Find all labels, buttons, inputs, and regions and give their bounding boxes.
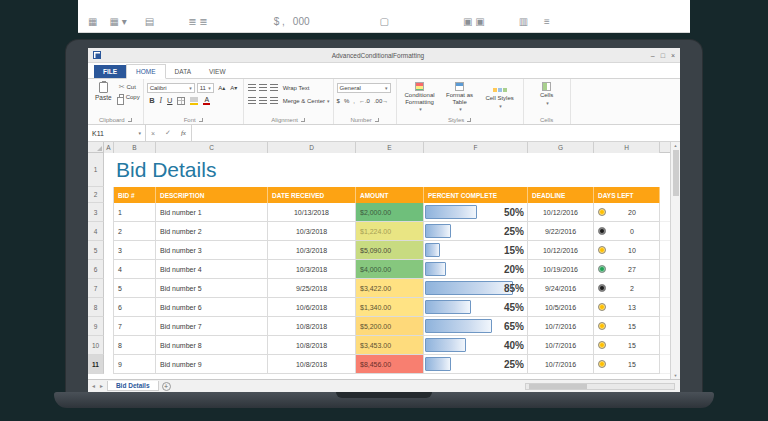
cell-styles-button[interactable]: Cell Styles ▾ [480, 84, 520, 109]
cell-deadline[interactable]: 9/24/2016 [528, 279, 594, 298]
merge-center-button[interactable]: Merge & Center [283, 98, 325, 104]
wrap-text-button[interactable]: Wrap Text [283, 85, 310, 91]
row-header[interactable]: 11 [88, 355, 104, 374]
cell-a[interactable] [104, 279, 114, 298]
column-header-h[interactable]: H [594, 142, 660, 153]
maximize-button[interactable]: □ [661, 52, 665, 59]
table-header-cell[interactable]: AMOUNT [356, 187, 424, 203]
row-header[interactable]: 4 [88, 222, 104, 241]
scrollbar-thumb[interactable] [673, 150, 679, 196]
copy-button[interactable]: Copy [119, 94, 140, 100]
table-header-cell[interactable]: DATE RECEIVED [268, 187, 356, 203]
vertical-scrollbar[interactable]: ▲ ▼ [670, 142, 680, 379]
cell-days-left[interactable]: 15 [594, 355, 660, 374]
shrink-font-button[interactable]: A▾ [228, 84, 240, 91]
tab-data[interactable]: DATA [166, 65, 200, 78]
cell-percent-complete[interactable]: 45% [424, 298, 528, 317]
cell-deadline[interactable]: 10/19/2016 [528, 260, 594, 279]
row-header[interactable]: 5 [88, 241, 104, 260]
decrease-decimal-button[interactable]: .00→ [374, 98, 388, 104]
cell-amount[interactable]: $2,000.00 [356, 203, 424, 222]
cell-bid[interactable]: 3 [114, 241, 156, 260]
increase-decimal-button[interactable]: ←.0 [359, 98, 370, 104]
cell-bid[interactable]: 4 [114, 260, 156, 279]
cell-date-received[interactable]: 10/13/2018 [268, 203, 356, 222]
cell-a[interactable] [104, 317, 114, 336]
insert-function-icon[interactable]: fx [181, 129, 186, 137]
cell-days-left[interactable]: 15 [594, 317, 660, 336]
minimize-button[interactable]: – [651, 52, 655, 59]
cell-percent-complete[interactable]: 20% [424, 260, 528, 279]
cell-bid[interactable]: 7 [114, 317, 156, 336]
align-right-icon[interactable] [270, 97, 278, 104]
borders-icon[interactable] [177, 97, 185, 105]
cell-description[interactable]: Bid number 5 [156, 279, 268, 298]
cut-button[interactable]: ✂ Cut [119, 83, 140, 91]
cell-days-left[interactable]: 20 [594, 203, 660, 222]
cell-date-received[interactable]: 10/8/2018 [268, 317, 356, 336]
cell-deadline[interactable]: 10/5/2016 [528, 298, 594, 317]
table-header-cell[interactable]: PERCENT COMPLETE [424, 187, 528, 203]
bold-button[interactable]: B [147, 96, 157, 105]
cell-a[interactable] [104, 203, 114, 222]
cell-days-left[interactable]: 15 [594, 336, 660, 355]
column-header-a[interactable]: A [104, 142, 114, 153]
format-as-table-button[interactable]: Format as Table ▾ [440, 81, 480, 113]
sheet-nav-right-icon[interactable]: ► [99, 383, 104, 389]
underline-button[interactable]: U [165, 96, 175, 105]
cell-description[interactable]: Bid number 9 [156, 355, 268, 374]
select-all-corner[interactable] [88, 142, 104, 152]
font-color-icon[interactable]: A [203, 96, 210, 105]
cell-percent-complete[interactable]: 25% [424, 222, 528, 241]
cell-a[interactable] [104, 336, 114, 355]
cell-days-left[interactable]: 10 [594, 241, 660, 260]
align-left-icon[interactable] [248, 97, 256, 104]
sheet-nav-left-icon[interactable]: ◄ [91, 383, 96, 389]
cell-bid[interactable]: 2 [114, 222, 156, 241]
sheet-tab-bid-details[interactable]: Bid Details [107, 381, 159, 391]
cell-deadline[interactable]: 10/12/2016 [528, 241, 594, 260]
dialog-launcher-icon[interactable] [467, 118, 471, 122]
cell-amount[interactable]: $3,422.00 [356, 279, 424, 298]
cell-percent-complete[interactable]: 40% [424, 336, 528, 355]
cell-percent-complete[interactable]: 85% [424, 279, 528, 298]
cell-date-received[interactable]: 10/3/2018 [268, 222, 356, 241]
row-header[interactable]: 7 [88, 279, 104, 298]
cell-amount[interactable]: $8,456.00 [356, 355, 424, 374]
scroll-up-icon[interactable]: ▲ [674, 143, 678, 148]
cancel-entry-icon[interactable]: × [151, 130, 155, 137]
cell-description[interactable]: Bid number 1 [156, 203, 268, 222]
align-center-icon[interactable] [259, 97, 267, 104]
cell-bid[interactable]: 1 [114, 203, 156, 222]
cell-a[interactable] [104, 298, 114, 317]
dialog-launcher-icon[interactable] [199, 118, 203, 122]
scroll-down-icon[interactable]: ▼ [674, 373, 678, 378]
row-header[interactable]: 6 [88, 260, 104, 279]
dialog-launcher-icon[interactable] [301, 118, 305, 122]
cell-days-left[interactable]: 2 [594, 279, 660, 298]
cell-description[interactable]: Bid number 3 [156, 241, 268, 260]
tab-view[interactable]: VIEW [200, 65, 235, 78]
row-header[interactable]: 2 [88, 187, 104, 203]
cell-deadline[interactable]: 10/12/2016 [528, 203, 594, 222]
cell-percent-complete[interactable]: 65% [424, 317, 528, 336]
cell-description[interactable]: Bid number 2 [156, 222, 268, 241]
align-bottom-icon[interactable] [270, 84, 278, 91]
cell-date-received[interactable]: 10/8/2018 [268, 355, 356, 374]
cell-a[interactable] [104, 241, 114, 260]
row-header[interactable]: 10 [88, 336, 104, 355]
cell-description[interactable]: Bid number 8 [156, 336, 268, 355]
tab-file[interactable]: FILE [94, 65, 126, 78]
cell-a[interactable] [104, 187, 114, 203]
cell-date-received[interactable]: 10/3/2018 [268, 260, 356, 279]
cell-a[interactable] [104, 260, 114, 279]
cell-date-received[interactable]: 10/6/2018 [268, 298, 356, 317]
table-header-cell[interactable]: DAYS LEFT [594, 187, 660, 203]
name-box[interactable]: K11 ▾ [88, 125, 146, 141]
cell-amount[interactable]: $1,340.00 [356, 298, 424, 317]
cell-percent-complete[interactable]: 50% [424, 203, 528, 222]
currency-format-button[interactable]: $ [337, 98, 340, 104]
cell-description[interactable]: Bid number 6 [156, 298, 268, 317]
column-header-g[interactable]: G [528, 142, 594, 153]
row-header[interactable]: 9 [88, 317, 104, 336]
